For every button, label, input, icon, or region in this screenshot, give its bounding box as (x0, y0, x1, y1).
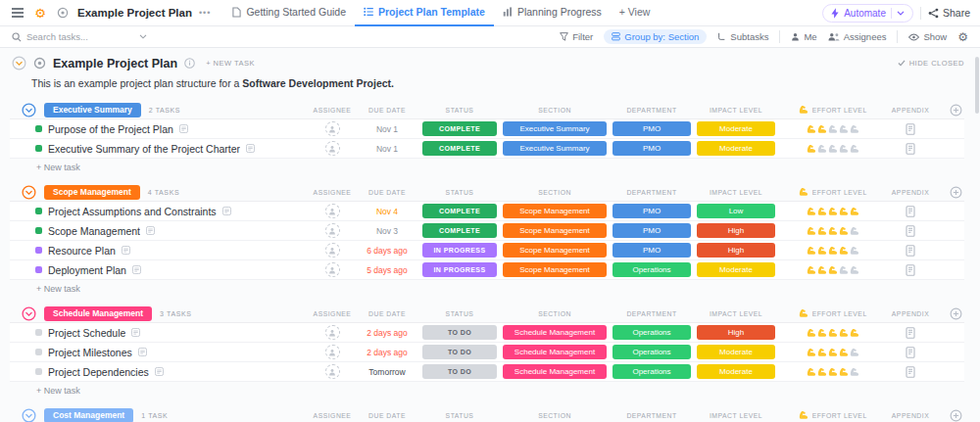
chevron-down-icon[interactable] (139, 34, 147, 39)
group-collapse-icon[interactable] (22, 408, 36, 422)
tab-planning-progress[interactable]: Planning Progress (494, 0, 611, 26)
department-pill[interactable]: Operations (612, 364, 691, 379)
task-status-bullet[interactable] (35, 145, 42, 152)
column-header-appendix[interactable]: APPENDIX (888, 310, 933, 317)
appendix-button[interactable] (906, 327, 916, 339)
status-pill[interactable]: TO DO (422, 325, 497, 340)
group-collapse-icon[interactable] (22, 185, 36, 200)
column-header-department[interactable]: DEPARTMENT (610, 412, 694, 419)
appendix-button[interactable] (906, 123, 916, 135)
column-header-appendix[interactable]: APPENDIX (888, 189, 933, 196)
due-date[interactable]: Nov 3 (376, 226, 398, 236)
column-header-impact-level[interactable]: IMPACT LEVEL (694, 310, 778, 317)
task-row[interactable]: Project Dependencies Tomorrow TO DO Sche… (10, 362, 964, 382)
task-row[interactable]: Project Assumptions and Constraints Nov … (10, 202, 964, 221)
task-row[interactable]: Project Milestones 2 days ago TO DO Sche… (10, 343, 964, 362)
due-date[interactable]: Nov 1 (376, 144, 398, 154)
column-header-status[interactable]: STATUS (419, 107, 500, 114)
new-task-row-button[interactable]: + New task (10, 382, 964, 396)
due-date[interactable]: Nov 4 (376, 207, 398, 216)
appendix-button[interactable] (906, 245, 916, 257)
impact-pill[interactable]: High (697, 325, 775, 340)
column-header-status[interactable]: STATUS (419, 189, 500, 196)
appendix-button[interactable] (906, 143, 916, 155)
column-header-section[interactable]: SECTION (500, 107, 610, 114)
column-header-section[interactable]: SECTION (500, 189, 610, 196)
department-pill[interactable]: Operations (612, 262, 691, 277)
show-button[interactable]: Show (908, 31, 947, 42)
effort-level-rating[interactable] (778, 246, 888, 256)
task-status-bullet[interactable] (35, 329, 42, 336)
appendix-button[interactable] (906, 366, 916, 378)
appendix-button[interactable] (906, 225, 916, 237)
due-date[interactable]: 5 days ago (367, 265, 408, 275)
column-header-impact-level[interactable]: IMPACT LEVEL (694, 412, 778, 419)
settings-gear-icon[interactable]: ⚙ (32, 5, 48, 21)
section-pill[interactable]: Scope Management (503, 204, 607, 218)
impact-pill[interactable]: Moderate (697, 262, 775, 277)
column-header-due-date[interactable]: DUE DATE (355, 107, 419, 114)
assignee-placeholder[interactable] (325, 262, 340, 277)
group-by-button[interactable]: Group by: Section (604, 29, 707, 44)
column-header-status[interactable]: STATUS (419, 412, 500, 419)
me-filter-button[interactable]: Me (791, 31, 816, 42)
column-header-assignee[interactable]: ASSIGNEE (310, 310, 355, 317)
due-date[interactable]: Tomorrow (368, 367, 405, 377)
collapse-circle-icon[interactable] (12, 56, 26, 70)
assignee-placeholder[interactable] (325, 345, 340, 359)
column-header-appendix[interactable]: APPENDIX (888, 107, 933, 114)
assignee-placeholder[interactable] (325, 243, 340, 258)
assignees-button[interactable]: Assignees (828, 31, 887, 42)
effort-level-rating[interactable] (778, 328, 888, 338)
column-header-appendix[interactable]: APPENDIX (888, 412, 933, 419)
task-title[interactable]: Project Dependencies (48, 366, 149, 378)
new-task-row-button[interactable]: + New task (10, 159, 964, 172)
department-pill[interactable]: PMO (612, 141, 691, 156)
column-header-effort-level[interactable]: EFFORT LEVEL (778, 410, 888, 420)
new-task-row-button[interactable]: + New task (10, 280, 964, 294)
column-header-effort-level[interactable]: EFFORT LEVEL (778, 105, 888, 115)
status-pill[interactable]: COMPLETE (422, 223, 497, 238)
effort-level-rating[interactable] (778, 367, 888, 377)
task-status-bullet[interactable] (35, 349, 42, 355)
task-row[interactable]: Executive Summary of the Project Charter… (10, 139, 964, 159)
task-row[interactable]: Purpose of the Project Plan Nov 1 COMPLE… (10, 119, 964, 139)
department-pill[interactable]: PMO (612, 243, 691, 258)
scrollbar-thumb[interactable] (975, 57, 979, 114)
tab-project-plan-template[interactable]: Project Plan Template (355, 0, 494, 26)
impact-pill[interactable]: Moderate (697, 141, 775, 156)
more-options-button[interactable]: ••• (199, 8, 211, 18)
column-header-department[interactable]: DEPARTMENT (610, 189, 694, 196)
view-settings-gear-icon[interactable]: ⚙ (957, 30, 968, 44)
column-header-effort-level[interactable]: EFFORT LEVEL (778, 308, 888, 318)
department-pill[interactable]: Operations (612, 325, 691, 340)
status-pill[interactable]: COMPLETE (422, 121, 497, 136)
tab-getting-started-guide[interactable]: Getting Started Guide (223, 0, 355, 26)
impact-pill[interactable]: Moderate (697, 121, 775, 136)
task-title[interactable]: Project Assumptions and Constraints (48, 206, 217, 217)
group-collapse-button[interactable] (22, 408, 36, 422)
assignee-placeholder[interactable] (325, 141, 340, 156)
task-title[interactable]: Purpose of the Project Plan (48, 123, 173, 135)
department-pill[interactable]: PMO (612, 121, 691, 136)
group-collapse-button[interactable] (22, 185, 36, 200)
vertical-scrollbar[interactable] (974, 49, 979, 419)
task-title[interactable]: Executive Summary of the Project Charter (48, 143, 240, 155)
effort-level-rating[interactable] (778, 348, 888, 357)
group-collapse-icon[interactable] (22, 306, 36, 321)
assignee-placeholder[interactable] (325, 223, 340, 238)
task-title[interactable]: Project Schedule (48, 327, 125, 339)
search-input[interactable] (26, 31, 134, 42)
task-title[interactable]: Scope Management (48, 225, 140, 237)
task-title[interactable]: Resource Plan (48, 245, 116, 257)
assignee-placeholder[interactable] (325, 121, 340, 136)
section-pill[interactable]: Executive Summary (503, 121, 607, 136)
column-header-impact-level[interactable]: IMPACT LEVEL (694, 107, 778, 114)
column-header-department[interactable]: DEPARTMENT (610, 107, 694, 114)
section-pill[interactable]: Scope Management (503, 243, 607, 258)
column-header-effort-level[interactable]: EFFORT LEVEL (778, 187, 888, 197)
task-title[interactable]: Project Milestones (48, 347, 132, 358)
impact-pill[interactable]: High (697, 223, 775, 238)
filter-button[interactable]: Filter (560, 31, 593, 42)
effort-level-rating[interactable] (778, 124, 888, 134)
